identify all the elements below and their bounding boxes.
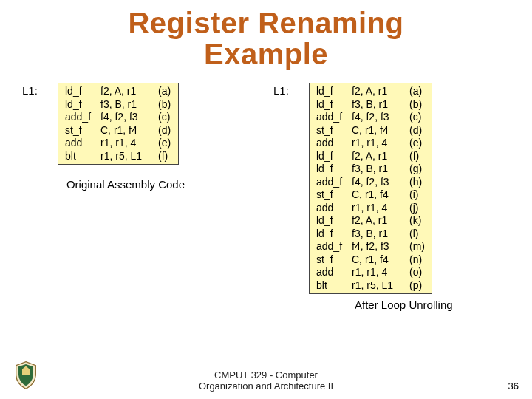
opcode-cell: add_f: [63, 111, 98, 124]
code-row: ld_ff2, A, r1(f): [314, 150, 427, 163]
operands-cell: f3, B, r1: [98, 98, 156, 112]
code-row: st_fC, r1, f4(i): [314, 188, 427, 202]
original-code-table: ld_ff2, A, r1(a)ld_ff3, B, r1(b)add_ff4,…: [63, 85, 174, 163]
opcode-cell: st_f: [314, 253, 349, 267]
original-code-caption: Original Assembly Code: [22, 178, 214, 191]
line-tag-cell: (p): [407, 279, 427, 293]
line-tag-cell: (b): [407, 98, 427, 112]
operands-cell: f2, A, r1: [98, 85, 156, 98]
code-row: addr1, r1, 4(e): [314, 137, 427, 150]
opcode-cell: add: [314, 266, 349, 279]
opcode-cell: add: [314, 202, 349, 215]
code-row: st_fC, r1, f4(d): [314, 124, 427, 137]
opcode-cell: ld_f: [314, 228, 349, 241]
line-tag-cell: (k): [407, 214, 427, 228]
operands-cell: r1, r1, 4: [98, 137, 156, 150]
operands-cell: r1, r5, L1: [98, 150, 156, 163]
operands-cell: C, r1, f4: [349, 124, 407, 137]
slide-footer: CMPUT 329 - Computer Organization and Ar…: [0, 369, 532, 392]
code-row: addr1, r1, 4(j): [314, 202, 427, 215]
opcode-cell: blt: [314, 279, 349, 293]
opcode-cell: st_f: [314, 124, 349, 137]
opcode-cell: ld_f: [63, 85, 98, 98]
operands-cell: f2, A, r1: [349, 85, 407, 98]
line-tag-cell: (e): [156, 137, 174, 150]
operands-cell: f2, A, r1: [349, 214, 407, 228]
opcode-cell: ld_f: [314, 85, 349, 98]
opcode-cell: add_f: [314, 111, 349, 124]
line-tag-cell: (i): [407, 188, 427, 202]
line-tag-cell: (a): [156, 85, 174, 98]
opcode-cell: ld_f: [63, 98, 98, 112]
unrolled-code-block: L1: ld_ff2, A, r1(a)ld_ff3, B, r1(b)add_…: [273, 83, 510, 294]
code-row: bltr1, r5, L1(p): [314, 279, 427, 293]
footer-line-2: Organization and Architecture II: [199, 381, 333, 392]
unrolled-code-caption: After Loop Unrolling: [273, 299, 510, 311]
line-tag-cell: (a): [407, 85, 427, 98]
line-tag-cell: (n): [407, 253, 427, 267]
loop-label-right: L1:: [273, 83, 309, 97]
code-row: st_fC, r1, f4(n): [314, 253, 427, 267]
line-tag-cell: (f): [407, 150, 427, 163]
line-tag-cell: (h): [407, 176, 427, 189]
operands-cell: C, r1, f4: [98, 124, 156, 137]
slide-content: L1: ld_ff2, A, r1(a)ld_ff3, B, r1(b)add_…: [0, 69, 532, 311]
opcode-cell: ld_f: [314, 150, 349, 163]
original-code-block: L1: ld_ff2, A, r1(a)ld_ff3, B, r1(b)add_…: [22, 83, 244, 165]
code-row: ld_ff3, B, r1(b): [314, 98, 427, 112]
operands-cell: f4, f2, f3: [98, 111, 156, 124]
operands-cell: f3, B, r1: [349, 163, 407, 176]
title-line-1: Register Renaming: [128, 7, 403, 39]
right-column: L1: ld_ff2, A, r1(a)ld_ff3, B, r1(b)add_…: [244, 83, 510, 311]
unrolled-code-table: ld_ff2, A, r1(a)ld_ff3, B, r1(b)add_ff4,…: [314, 85, 427, 292]
code-row: add_ff4, f2, f3(c): [63, 111, 174, 124]
operands-cell: f2, A, r1: [349, 150, 407, 163]
line-tag-cell: (c): [156, 111, 174, 124]
opcode-cell: blt: [63, 150, 98, 163]
code-row: ld_ff3, B, r1(b): [63, 98, 174, 112]
operands-cell: C, r1, f4: [349, 188, 407, 202]
opcode-cell: ld_f: [314, 163, 349, 176]
line-tag-cell: (c): [407, 111, 427, 124]
loop-label-left: L1:: [22, 83, 58, 97]
code-row: addr1, r1, 4(o): [314, 266, 427, 279]
unrolled-code-box: ld_ff2, A, r1(a)ld_ff3, B, r1(b)add_ff4,…: [309, 83, 432, 294]
line-tag-cell: (l): [407, 228, 427, 241]
code-row: bltr1, r5, L1(f): [63, 150, 174, 163]
opcode-cell: add_f: [314, 176, 349, 189]
operands-cell: r1, r1, 4: [349, 137, 407, 150]
code-row: add_ff4, f2, f3(m): [314, 240, 427, 253]
operands-cell: f4, f2, f3: [349, 176, 407, 189]
line-tag-cell: (e): [407, 137, 427, 150]
line-tag-cell: (m): [407, 240, 427, 253]
original-code-box: ld_ff2, A, r1(a)ld_ff3, B, r1(b)add_ff4,…: [58, 83, 179, 165]
code-row: st_fC, r1, f4(d): [63, 124, 174, 137]
operands-cell: r1, r5, L1: [349, 279, 407, 293]
code-row: addr1, r1, 4(e): [63, 137, 174, 150]
operands-cell: r1, r1, 4: [349, 202, 407, 215]
code-row: add_ff4, f2, f3(h): [314, 176, 427, 189]
code-row: ld_ff3, B, r1(l): [314, 228, 427, 241]
page-number: 36: [508, 381, 519, 392]
code-row: add_ff4, f2, f3(c): [314, 111, 427, 124]
operands-cell: f4, f2, f3: [349, 111, 407, 124]
opcode-cell: ld_f: [314, 214, 349, 228]
line-tag-cell: (j): [407, 202, 427, 215]
operands-cell: f3, B, r1: [349, 98, 407, 112]
footer-line-1: CMPUT 329 - Computer: [214, 369, 318, 381]
operands-cell: r1, r1, 4: [349, 266, 407, 279]
title-line-2: Example: [204, 38, 328, 70]
operands-cell: C, r1, f4: [349, 253, 407, 267]
line-tag-cell: (o): [407, 266, 427, 279]
opcode-cell: add: [314, 137, 349, 150]
code-row: ld_ff2, A, r1(k): [314, 214, 427, 228]
opcode-cell: st_f: [314, 188, 349, 202]
code-row: ld_ff3, B, r1(g): [314, 163, 427, 176]
opcode-cell: ld_f: [314, 98, 349, 112]
left-column: L1: ld_ff2, A, r1(a)ld_ff3, B, r1(b)add_…: [22, 83, 244, 311]
opcode-cell: st_f: [63, 124, 98, 137]
line-tag-cell: (g): [407, 163, 427, 176]
line-tag-cell: (d): [156, 124, 174, 137]
code-row: ld_ff2, A, r1(a): [314, 85, 427, 98]
opcode-cell: add_f: [314, 240, 349, 253]
